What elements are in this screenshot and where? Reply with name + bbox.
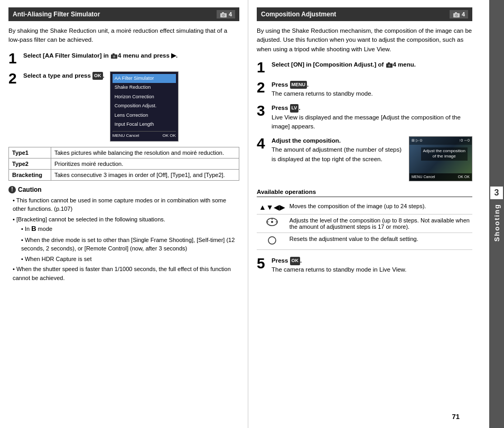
left-step-2-text: Select a type and press OK. [23,71,105,80]
right-step-4-sub: The amount of adjustment (the number of … [272,146,402,162]
ok-badge-step2: OK [92,72,103,80]
page-number: 71 [452,413,460,421]
sub-item-2: When HDR Capture is set [21,255,239,264]
right-step-2-number: 2 [257,80,268,95]
ops-icon-arrows: ▲▼◀▶ [257,200,287,215]
preview-bottom: MENU Cancel OK OK [409,173,472,181]
caution-item-2: When the shutter speed is faster than 1/… [13,265,239,282]
bold-b: B [31,225,36,232]
preview-cancel: MENU Cancel [412,174,435,180]
ops-row-reset: Resets the adjustment value to the defau… [257,233,472,250]
svg-point-3 [222,14,224,16]
ops-desc-reset: Resets the adjustment value to the defau… [287,233,472,250]
right-panel: Composition Adjustment 4 By using the Sh… [248,0,481,428]
right-step-3: 3 Press LV. Live View is displayed and t… [257,104,472,131]
ok-badge-step5: OK [290,257,301,265]
type-table: Type1 Takes pictures while balancing the… [8,147,239,181]
right-step-4: 4 Adjust the composition. The amount of … [257,136,472,181]
camera-icon-left [220,12,227,17]
type2-label: Type2 [9,158,51,169]
table-row-type2: Type2 Prioritizes moiré reduction. [9,158,239,169]
menu-item-3: Composition Adjust. [113,101,176,111]
camera-preview: ⊞ ▷ ⊙ ↑0 ↔0 Adjust the compositionof the… [409,136,472,181]
preview-overlay: Adjust the compositionof the image [421,147,468,161]
right-step-3-number: 3 [257,104,268,118]
ops-row-dial: Adjusts the level of the composition (up… [257,215,472,233]
svg-point-20 [271,221,273,223]
sub-item-1: When the drive mode is set to other than… [21,236,239,253]
preview-top: ⊞ ▷ ⊙ ↑0 ↔0 [409,137,472,145]
camera-icon-r-step1 [386,62,393,68]
camera-icon-right [453,12,460,17]
ops-table: ▲▼◀▶ Moves the composition of the image … [257,200,472,250]
camera-icon-step1 [110,53,118,59]
menu-item-4: Lens Correction [113,111,176,120]
right-step-2: 2 Press MENU. The camera returns to stan… [257,80,472,99]
ops-desc-dial: Adjusts the level of the composition (up… [287,215,472,233]
left-step-2-number: 2 [8,71,20,86]
right-step-1: 1 Select [ON] in [Composition Adjust.] o… [257,60,472,75]
menu-item-1: Shake Reduction [113,83,176,92]
right-step-5: 5 Press OK. The camera returns to standb… [257,256,472,275]
right-step-2-content: Press MENU. The camera returns to standb… [272,80,472,99]
menu-badge-step2: MENU [290,81,307,89]
menu-item-2: Horizon Correction [113,92,176,102]
menu-ok-label: OK OK [162,133,175,139]
table-row-bracketing: Bracketing Takes consecutive 3 images in… [9,169,239,180]
type2-desc: Prioritizes moiré reduction. [51,158,239,169]
sub-item-0: In B mode [21,224,239,234]
menu-item-5: Input Focal Length [113,120,176,129]
preview-ok: OK OK [458,174,470,180]
right-step-1-number: 1 [257,60,268,75]
left-step-2-content: Select a type and press OK. AA Filter Si… [23,71,239,142]
left-step-1: 1 Select [AA Filter Simulator] in 4 menu… [8,51,239,66]
bracketing-label: Bracketing [9,169,51,180]
right-section-badge: 4 [450,10,468,18]
type1-label: Type1 [9,147,51,158]
ops-desc-arrows: Moves the composition of the image (up t… [287,200,472,215]
menu-item-0: AA Filter Simulator [113,74,176,83]
right-intro: By using the Shake Reduction mechanism, … [257,26,472,54]
svg-point-7 [114,55,115,57]
caution-item-0: This function cannot be used in some cap… [13,196,239,213]
caution-label: Caution [18,186,42,193]
table-row-type1: Type1 Takes pictures while balancing the… [9,147,239,158]
dial-icon [265,217,279,227]
left-section-title: Anti-Aliasing Filter Simulator [13,11,100,18]
preview-top-right: ↑0 ↔0 [459,138,470,144]
available-ops-title: Available operations [257,189,472,197]
svg-point-15 [388,65,390,67]
caution-icon: ! [8,186,16,193]
right-step-4-number: 4 [257,136,268,151]
left-section-badge: 4 [217,10,235,18]
sidebar-tab: 3 Shooting [489,0,504,428]
sidebar-number: 3 [490,187,503,199]
lv-badge-step3: LV [290,104,299,113]
menu-bottom: MENU Cancel OK OK [113,131,176,139]
ops-icon-dial [257,215,287,233]
ops-row-arrows: ▲▼◀▶ Moves the composition of the image … [257,200,472,215]
svg-point-21 [268,237,276,244]
right-section-title: Composition Adjustment [261,11,336,18]
right-step-5-sub: The camera returns to standby mode in Li… [272,266,406,273]
svg-rect-5 [113,53,115,55]
ops-icon-reset [257,233,287,250]
svg-rect-13 [388,62,390,64]
caution-item-1: [Bracketing] cannot be selected in the f… [13,215,239,264]
right-step-3-content: Press LV. Live View is displayed and the… [272,104,472,131]
left-step-1-number: 1 [8,51,20,66]
left-intro: By shaking the Shake Reduction unit, a m… [8,26,239,45]
bracketing-desc: Takes consecutive 3 images in order of [… [51,169,239,180]
circle-icon [267,236,277,245]
left-panel: Anti-Aliasing Filter Simulator 4 By shak… [0,0,248,428]
svg-rect-1 [222,12,224,14]
right-section-header: Composition Adjustment 4 [257,7,472,21]
svg-rect-9 [455,12,457,14]
menu-screenshot: AA Filter Simulator Shake Reduction Hori… [110,71,179,142]
svg-point-11 [455,14,457,16]
available-ops: Available operations ▲▼◀▶ Moves the comp… [257,189,472,250]
sidebar-label: Shooting [493,203,501,241]
left-section-header: Anti-Aliasing Filter Simulator 4 [8,7,239,21]
left-camera-number: 4 [229,11,232,17]
right-step-3-sub: Live View is displayed and the message [… [272,114,461,129]
